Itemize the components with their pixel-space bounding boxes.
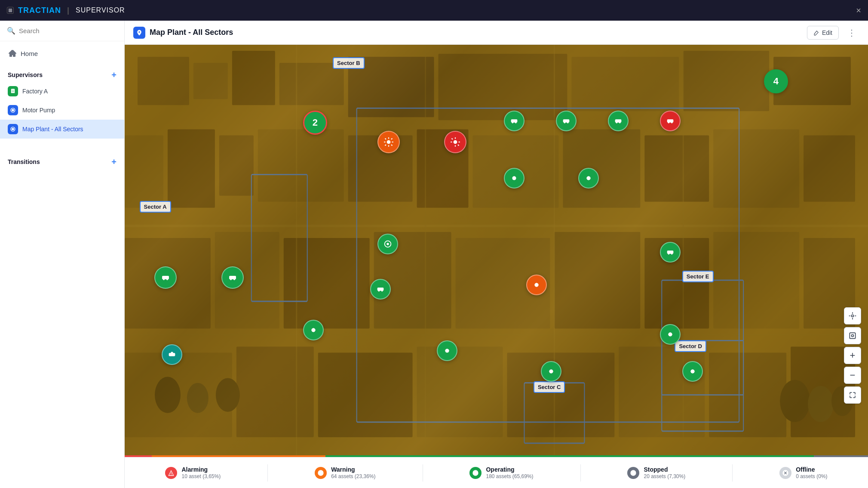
target-btn[interactable]	[844, 327, 861, 344]
brand-separator: |	[67, 6, 70, 15]
svg-point-64	[515, 121, 517, 123]
asset-dot-green-12[interactable]	[437, 340, 457, 361]
alarm-text: Alarming 10 asset (3,65%)	[181, 466, 221, 479]
supervisor-item-motor-pump[interactable]: Motor Pump	[0, 101, 124, 120]
asset-dot-green-15[interactable]	[682, 361, 703, 382]
transitions-label: Transitions	[8, 158, 40, 165]
nav-home[interactable]: Home	[0, 45, 124, 62]
asset-dot-green-3[interactable]	[608, 111, 629, 131]
svg-point-47	[808, 386, 834, 422]
asset-cluster-4[interactable]: 4	[764, 69, 788, 93]
supervisor-item-map-plant[interactable]: Map Plant - All Sectors	[0, 120, 124, 139]
fullscreen-btn[interactable]	[844, 386, 861, 404]
asset-cluster-2[interactable]: 2	[303, 111, 327, 135]
content-header: Map Plant - All Sectors Edit ⋮	[125, 21, 868, 45]
svg-point-43	[155, 377, 181, 413]
svg-rect-23	[644, 135, 709, 201]
map-container[interactable]: Sector B Sector A Sector C Sector D Sect…	[125, 45, 868, 455]
sector-c-label: Sector C	[534, 381, 565, 393]
asset-dot-green-9[interactable]	[370, 279, 391, 300]
zoom-in-btn[interactable]: +	[844, 347, 861, 364]
more-button[interactable]: ⋮	[844, 26, 859, 40]
map-overlay	[125, 45, 868, 455]
offline-text: Offline 0 assets (0%)	[796, 466, 827, 479]
status-offline: Offline 0 assets (0%)	[779, 466, 827, 479]
brand-logo: TRACTIAN | SUPERVISOR	[18, 6, 125, 15]
svg-point-60	[387, 140, 391, 144]
header-actions: Edit ⋮	[807, 26, 859, 40]
titlebar-left: TRACTIAN | SUPERVISOR	[7, 6, 125, 15]
svg-rect-39	[507, 353, 614, 437]
svg-point-3	[12, 109, 14, 111]
svg-point-97	[171, 352, 174, 355]
header-title: Map Plant - All Sectors	[150, 28, 233, 37]
asset-dot-green-14[interactable]	[660, 324, 681, 345]
header-map-icon	[133, 27, 145, 39]
svg-point-4	[12, 128, 14, 130]
transitions-add-btn[interactable]: +	[111, 158, 117, 166]
svg-point-73	[671, 121, 673, 123]
asset-dot-green-6[interactable]	[154, 266, 177, 289]
svg-point-80	[230, 278, 232, 280]
svg-rect-9	[279, 63, 344, 105]
locate-btn[interactable]	[844, 307, 861, 324]
asset-dot-orange-1[interactable]	[377, 131, 400, 153]
close-button[interactable]: ×	[856, 6, 861, 15]
sector-b-label: Sector B	[333, 57, 364, 69]
search-icon: 🔍	[7, 27, 15, 35]
asset-dot-green-8[interactable]	[377, 234, 398, 254]
stopped-text: Stopped 20 assets (7,30%)	[644, 466, 685, 479]
svg-point-83	[386, 243, 389, 245]
svg-point-72	[668, 121, 669, 123]
edit-button[interactable]: Edit	[807, 26, 839, 40]
svg-rect-22	[563, 129, 640, 207]
offline-dot	[779, 467, 791, 479]
stopped-dot	[627, 467, 639, 479]
main-layout: 🔍 Home Supervisors + Factory A	[0, 21, 868, 488]
svg-rect-37	[318, 353, 413, 437]
svg-rect-8	[232, 51, 275, 105]
svg-rect-104	[632, 472, 634, 474]
status-stopped: Stopped 20 assets (7,30%)	[627, 466, 685, 479]
svg-rect-7	[193, 63, 228, 99]
search-box[interactable]: 🔍	[0, 21, 124, 41]
asset-dot-green-10[interactable]	[660, 242, 681, 263]
warning-dot	[315, 467, 327, 479]
asset-dot-green-5[interactable]	[578, 168, 599, 188]
supervisors-add-btn[interactable]: +	[111, 71, 117, 79]
svg-rect-38	[417, 346, 503, 437]
svg-rect-12	[571, 57, 679, 111]
svg-point-45	[216, 378, 240, 412]
asset-dot-green-4[interactable]	[504, 168, 524, 188]
asset-dot-green-7[interactable]	[221, 266, 244, 289]
supervisor-item-factory-a[interactable]: Factory A	[0, 82, 124, 101]
asset-dot-green-1[interactable]	[504, 111, 524, 131]
sector-a-label: Sector A	[140, 201, 171, 213]
window-sidebar-btn[interactable]	[7, 7, 14, 14]
svg-point-100	[852, 335, 854, 337]
sep-4	[732, 464, 733, 482]
sep-1	[267, 464, 268, 482]
svg-point-90	[671, 253, 673, 255]
brand-supervisor: SUPERVISOR	[76, 6, 125, 14]
asset-dot-green-11[interactable]	[303, 320, 324, 340]
status-operating: Operating 180 assets (65,69%)	[469, 466, 533, 479]
svg-rect-13	[683, 51, 769, 111]
asset-dot-red-2[interactable]	[660, 111, 681, 131]
nav-section: Home	[0, 41, 124, 65]
zoom-out-btn[interactable]: −	[844, 367, 861, 384]
search-input[interactable]	[19, 27, 117, 34]
asset-dot-green-13[interactable]	[541, 361, 561, 382]
svg-rect-6	[138, 57, 189, 105]
sector-d-label: Sector D	[675, 340, 706, 352]
map-plant-label: Map Plant - All Sectors	[22, 126, 83, 133]
svg-point-63	[512, 121, 513, 123]
asset-dot-orange-2[interactable]	[526, 275, 547, 295]
transitions-header: Transitions +	[0, 152, 124, 169]
status-warning: Warning 64 assets (23,36%)	[315, 466, 375, 479]
sep-2	[423, 464, 423, 482]
asset-dot-green-2[interactable]	[556, 111, 577, 131]
svg-rect-76	[162, 276, 169, 279]
svg-rect-99	[850, 333, 855, 338]
svg-rect-36	[236, 346, 314, 437]
